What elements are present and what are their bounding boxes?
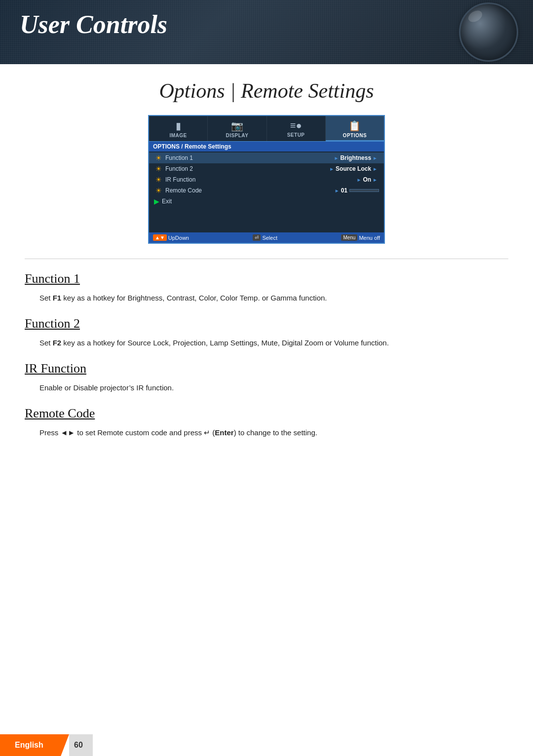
select-label: Select: [262, 235, 277, 241]
tab-display[interactable]: 📷 DISPLAY: [208, 116, 266, 141]
function1-value: Brightness: [340, 154, 371, 161]
page-subtitle: Options | Remote Settings: [25, 79, 508, 103]
updown-label: UpDown: [168, 235, 189, 241]
menuoff-icon: Menu: [341, 234, 357, 241]
menu-body: ☀ Function 1 ► Brightness ► ☀ Function 2…: [149, 151, 384, 232]
exit-row[interactable]: ▶ Exit: [149, 196, 384, 207]
setup-tab-icon: ≡●: [290, 120, 302, 131]
remotecode-value-bar: 01: [341, 187, 379, 194]
remotecode-icon: ☀: [154, 187, 163, 194]
select-button[interactable]: ⏎ Select: [253, 234, 277, 241]
function2-value: Source Lock: [336, 165, 371, 172]
heading-remotecode: Remote Code: [25, 406, 508, 421]
section-function1: Function 1 Set F1 key as a hotkey for Br…: [25, 271, 508, 304]
heading-function2: Function 2: [25, 316, 508, 331]
tab-options-label: OPTIONS: [343, 133, 367, 138]
function2-arrow-right: ►: [373, 166, 378, 172]
tab-setup[interactable]: ≡● SETUP: [267, 116, 326, 141]
section-remotecode: Remote Code Press ◄► to set Remote custo…: [25, 406, 508, 439]
menuoff-label: Menu off: [359, 235, 380, 241]
menu-row-function2[interactable]: ☀ Function 2 ► Source Lock ►: [149, 163, 384, 174]
tab-options[interactable]: 📋 OPTIONS: [326, 116, 384, 141]
tab-display-label: DISPLAY: [226, 133, 248, 138]
remotecode-label: Remote Code: [165, 187, 333, 194]
heading-irfunction: IR Function: [25, 361, 508, 376]
function2-label: Function 2: [165, 165, 328, 172]
function1-label: Function 1: [165, 154, 333, 161]
function2-icon: ☀: [154, 165, 163, 173]
tab-setup-label: SETUP: [287, 132, 305, 138]
display-tab-icon: 📷: [231, 120, 243, 132]
menu-row-irfunction[interactable]: ☀ IR Function ► On ►: [149, 174, 384, 185]
function1-icon: ☀: [154, 154, 163, 162]
body-function1: Set F1 key as a hotkey for Brightness, C…: [39, 292, 508, 304]
menu-row-remotecode[interactable]: ☀ Remote Code ► 01: [149, 185, 384, 196]
image-tab-icon: ▮: [176, 120, 181, 132]
remotecode-slider[interactable]: [349, 189, 379, 192]
menu-row-function1[interactable]: ☀ Function 1 ► Brightness ►: [149, 152, 384, 163]
options-tab-icon: 📋: [348, 120, 361, 132]
footer-language: English: [0, 734, 69, 756]
menuoff-button[interactable]: Menu Menu off: [341, 234, 380, 241]
lens-decoration: [459, 2, 518, 62]
page-title: User Controls: [20, 10, 167, 39]
remotecode-value: 01: [341, 187, 347, 194]
menu-spacer: [149, 207, 384, 231]
irfunction-value: On: [363, 176, 371, 183]
function1-arrow-right: ►: [373, 155, 378, 161]
bottom-bar: ▲▼ UpDown ⏎ Select Menu Menu off: [149, 232, 384, 243]
tab-row: ▮ IMAGE 📷 DISPLAY ≡● SETUP 📋 OPTIONS: [149, 116, 384, 142]
exit-label: Exit: [162, 198, 172, 205]
tab-image-label: IMAGE: [169, 133, 187, 138]
body-remotecode: Press ◄► to set Remote custom code and p…: [39, 427, 508, 439]
irfunction-arrow-right: ►: [373, 177, 378, 183]
exit-icon: ▶: [154, 197, 159, 205]
body-irfunction: Enable or Disable projector’s IR functio…: [39, 382, 508, 394]
breadcrumb: OPTIONS / Remote Settings: [149, 142, 384, 151]
tab-image[interactable]: ▮ IMAGE: [149, 116, 208, 141]
main-content: Options | Remote Settings ▮ IMAGE 📷 DISP…: [0, 64, 533, 468]
select-icon: ⏎: [253, 234, 261, 241]
updown-button[interactable]: ▲▼ UpDown: [153, 234, 189, 241]
section-function2: Function 2 Set F2 key as a hotkey for So…: [25, 316, 508, 349]
irfunction-label: IR Function: [165, 176, 355, 183]
function2-arrow: ►: [329, 166, 334, 172]
updown-icon: ▲▼: [153, 234, 167, 241]
footer-page-number: 60: [69, 734, 93, 756]
heading-function1: Function 1: [25, 271, 508, 286]
section-irfunction: IR Function Enable or Disable projector’…: [25, 361, 508, 394]
irfunction-arrow: ►: [357, 177, 362, 183]
section-divider-1: [25, 259, 508, 259]
function1-arrow: ►: [334, 155, 339, 161]
header-background: User Controls: [0, 0, 533, 64]
page-footer: English 60: [0, 734, 533, 756]
remotecode-arrow: ►: [335, 188, 340, 193]
menu-ui-box: ▮ IMAGE 📷 DISPLAY ≡● SETUP 📋 OPTIONS OPT…: [148, 115, 385, 244]
irfunction-icon: ☀: [154, 176, 163, 184]
body-function2: Set F2 key as a hotkey for Source Lock, …: [39, 337, 508, 349]
